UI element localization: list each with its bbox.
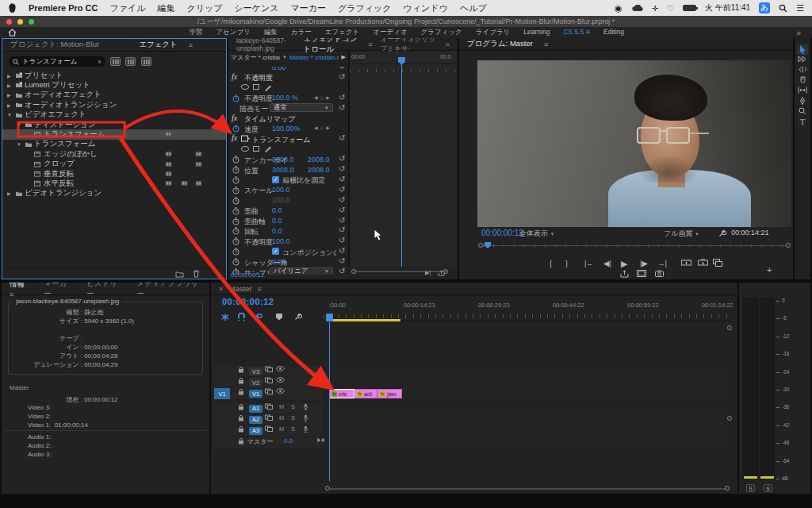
parameter-value[interactable]: 100.00% [272,125,301,133]
program-playhead[interactable] [485,242,491,248]
timeline-menu-icon[interactable]: ≡ [258,285,262,293]
solo-track-button[interactable]: S [291,414,295,421]
effect-controls-timecode[interactable]: 00:00:00:12 [231,271,264,279]
reset-parameter-icon[interactable]: ↺ [339,236,345,244]
hscroll-handle-left[interactable] [325,486,330,491]
effect-property-row[interactable]: アンカーポイ...3008.02008.0↺ [228,154,348,164]
toggle-animation-stopwatch-icon[interactable] [232,125,239,133]
track-lock-icon[interactable] [238,403,244,410]
track-lock-icon[interactable] [238,425,244,433]
track-select-forward-tool-icon[interactable] [797,55,808,64]
toggle-animation-stopwatch-icon[interactable] [232,156,239,164]
vscroll-handle-bottom[interactable] [727,416,732,421]
effect-property-row[interactable]: 不透明度100.0 %◀◇▶↺ [228,93,348,103]
tab-effects[interactable]: エフェクト [139,40,178,50]
reset-parameter-icon[interactable]: ↺ [339,206,345,214]
track-sync-icon[interactable] [265,377,273,383]
program-monitor-menu-icon[interactable]: ≡ [544,40,548,48]
razor-tool-icon[interactable] [797,75,808,84]
home-icon[interactable] [8,29,17,37]
effect-property-row[interactable]: 描画モード通常▼↺ [228,103,348,114]
track-lane[interactable] [324,414,728,425]
solo-right-button[interactable]: S [764,484,772,492]
workspace-tab-learning[interactable]: Learning [523,28,550,37]
ellipse-mask-icon[interactable] [241,146,249,152]
parameter-value[interactable]: 0.0 [272,227,282,235]
tab-source-monitor[interactable]: lackeye-640587-unsplash.jpg [236,38,295,52]
track-name-badge[interactable]: A1 [249,405,262,413]
timeline-clip-acti[interactable]: fxacti [354,389,377,398]
toggle-animation-stopwatch-icon[interactable] [232,207,239,215]
video-track-v3[interactable]: V3 [214,366,728,376]
toggle-animation-stopwatch-icon[interactable] [232,258,239,266]
panel-overflow-chevron[interactable]: » [446,40,450,48]
twirl-icon[interactable]: ▶ [7,92,11,98]
track-output-eye-icon[interactable] [276,366,285,371]
track-sync-icon[interactable] [265,425,273,432]
shape-icon[interactable]: ♡ [667,4,674,13]
audio-track-a1[interactable]: A1MS [214,403,728,414]
track-lock-icon[interactable] [238,388,244,395]
app-menu-title[interactable]: Premiere Pro CC [29,3,98,13]
track-lane[interactable] [324,366,728,376]
pen-mask-icon[interactable] [264,145,271,152]
effect-item-10[interactable]: 垂直反転 [2,169,226,179]
workspace-tab-audio[interactable]: オーディオ [373,28,407,37]
effects-bin-2[interactable]: ▶オーディオエフェクト [2,90,226,100]
toggle-animation-stopwatch-icon[interactable] [232,217,239,225]
workspace-tab-learn[interactable]: 学習 [189,28,202,37]
parameter-value[interactable]: 100.0 % [272,94,298,102]
sequence-clip-name[interactable]: Master * cristian-ne... [289,54,339,61]
tab-program-monitor[interactable]: プログラム: Master [467,39,533,49]
mark-in-button[interactable]: { [550,259,552,267]
menu-edit[interactable]: 編集 [157,2,174,14]
effects-panel-menu-icon[interactable]: ≡ [189,41,193,49]
effect-property-row[interactable]: シャッター角度0.00↺ [228,256,348,267]
toggle-animation-stopwatch-icon[interactable] [232,166,239,174]
go-to-out-button[interactable]: →| [657,259,667,267]
parameter-value-2[interactable]: 2008.0 [308,166,330,174]
notification-center-icon[interactable]: ☰ [796,3,804,13]
workspace-tab-menu-icon[interactable]: ≡ [586,28,590,36]
tab-markers[interactable]: マーカー [44,283,72,299]
effect-property-row[interactable]: 回転0.0↺ [228,225,348,236]
tab-sequence-master[interactable]: Master [229,284,252,293]
parameter-value-2[interactable]: 2008.0 [308,156,330,164]
reset-parameter-icon[interactable]: ↺ [339,195,345,204]
effect-property-row[interactable]: fx不透明度↺ [228,72,348,83]
workspace-tab-effects[interactable]: エフェクト [325,28,360,37]
solo-track-button[interactable]: S [291,403,295,410]
parameter-dropdown[interactable]: バイリニア▼ [270,267,333,275]
cloud-icon[interactable] [631,5,643,12]
effects-bin-12[interactable]: ▶ビデオトランジション [2,189,226,198]
mute-track-button[interactable]: M [279,414,284,421]
twirl-icon[interactable]: ▼ [7,113,12,117]
track-lock-icon[interactable] [238,437,244,444]
toggle-animation-stopwatch-icon[interactable] [232,197,239,205]
master-clip-name[interactable]: マスター * cristian-ne... [231,53,280,62]
reset-parameter-icon[interactable]: ↺ [339,72,345,81]
track-lane[interactable] [324,437,728,448]
export-settings-icon[interactable] [438,270,445,276]
twirl-icon[interactable]: ▼ [17,142,21,147]
twirl-icon[interactable]: ▶ [7,83,11,88]
timeline-settings-wrench-icon[interactable] [294,313,302,321]
step-back-button[interactable]: ◀| [603,259,611,267]
audio-track-a3[interactable]: A3MS [214,425,728,436]
playback-quality-select[interactable]: フル画質 ▼ [664,229,699,239]
camera-snapshot-button[interactable] [655,270,664,277]
button-editor-plus-button[interactable]: + [767,265,772,275]
ripple-edit-tool-icon[interactable] [797,65,808,74]
vscroll-handle-top[interactable] [727,325,732,330]
menu-help[interactable]: ヘルプ [460,2,487,14]
mute-track-button[interactable]: M [279,425,284,433]
solo-left-button[interactable]: S [746,484,755,492]
effect-property-row[interactable] [228,144,348,154]
lift-button[interactable] [681,259,691,267]
extract-button[interactable] [698,259,708,267]
effect-item-9[interactable]: クロップ [2,160,226,169]
track-lane[interactable] [324,377,728,387]
close-sequence-icon[interactable]: × [219,284,224,293]
track-name-badge[interactable]: A2 [249,416,262,424]
parameter-dropdown[interactable]: 通常▼ [270,103,333,112]
